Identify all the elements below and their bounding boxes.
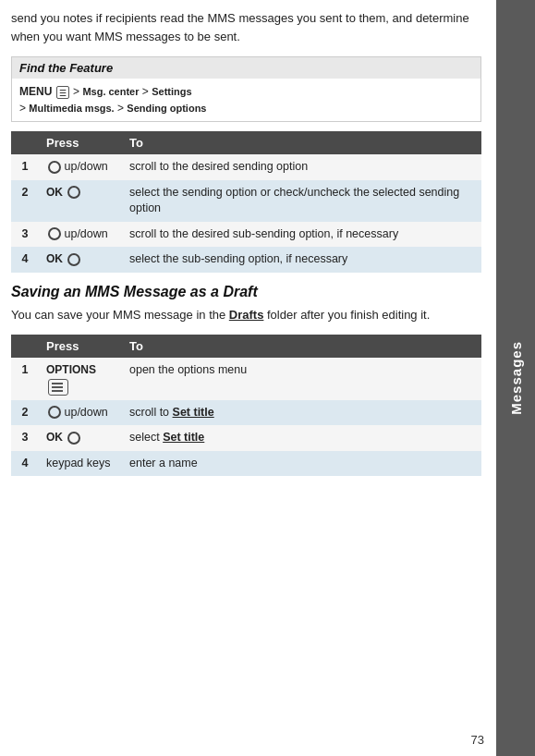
row-number: 2 (11, 400, 39, 426)
table-row: 1OPTIONS open the options menu (11, 358, 481, 400)
row-press: OPTIONS (39, 358, 122, 400)
row-press: OK (39, 247, 122, 273)
find-feature-box: Find the Feature MENU ☰ > Msg. center > … (11, 56, 481, 122)
table-row: 4OK select the sub-sending option, if ne… (11, 247, 481, 273)
row-number: 4 (11, 451, 39, 477)
row-press: up/down (39, 222, 122, 248)
table2-press-header: Press (39, 335, 122, 358)
table1-press-header: Press (39, 131, 122, 154)
row-to: scroll to Set title (122, 400, 481, 426)
table-row: 2 up/downscroll to Set title (11, 400, 481, 426)
row-press: up/down (39, 400, 122, 426)
section2-heading: Saving an MMS Message as a Draft (11, 284, 481, 300)
table-row: 3OK select Set title (11, 425, 481, 451)
page-number: 73 (471, 733, 484, 747)
row-number: 3 (11, 425, 39, 451)
find-feature-content: MENU ☰ > Msg. center > Settings > Multim… (12, 79, 480, 121)
table-row: 1 up/downscroll to the desired sending o… (11, 154, 481, 180)
table1-to-header: To (122, 131, 481, 154)
table-row: 4keypad keysenter a name (11, 451, 481, 477)
row-press: OK (39, 180, 122, 222)
row-to: select the sub-sending option, if necess… (122, 247, 481, 273)
row-to: scroll to the desired sub-sending option… (122, 222, 481, 248)
row-number: 1 (11, 154, 39, 180)
row-to: select Set title (122, 425, 481, 451)
intro-text: send you notes if recipients read the MM… (11, 9, 481, 45)
section2-intro: You can save your MMS message in the Dra… (11, 306, 481, 324)
table-row: 2OK select the sending option or check/u… (11, 180, 481, 222)
table2: Press To 1OPTIONS open the options menu2… (11, 335, 481, 476)
table-row: 3 up/downscroll to the desired sub-sendi… (11, 222, 481, 248)
table1: Press To 1 up/downscroll to the desired … (11, 131, 481, 273)
sidebar-label: Messages (508, 341, 524, 415)
row-to: open the options menu (122, 358, 481, 400)
row-number: 4 (11, 247, 39, 273)
table2-to-header: To (122, 335, 481, 358)
row-to: select the sending option or check/unche… (122, 180, 481, 222)
row-press: up/down (39, 154, 122, 180)
row-press: OK (39, 425, 122, 451)
row-number: 2 (11, 180, 39, 222)
row-press: keypad keys (39, 451, 122, 477)
row-to: enter a name (122, 451, 481, 477)
sidebar: Messages (496, 0, 535, 756)
row-number: 1 (11, 358, 39, 400)
find-feature-header: Find the Feature (12, 57, 480, 79)
options-icon (48, 379, 68, 396)
row-to: scroll to the desired sending option (122, 154, 481, 180)
row-number: 3 (11, 222, 39, 248)
